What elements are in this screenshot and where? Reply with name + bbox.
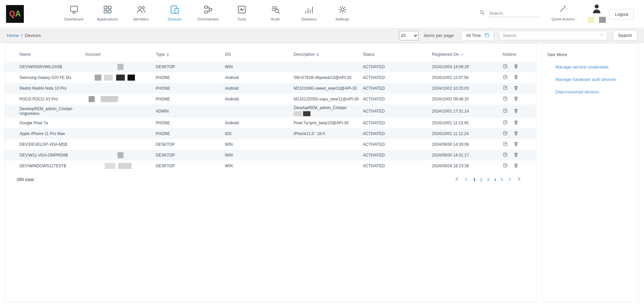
see-more-link-deprovisioned-devices[interactable]: Deprovisioned devices bbox=[555, 89, 634, 94]
column-header-label: Type bbox=[156, 52, 165, 57]
pagination-prev-button[interactable] bbox=[464, 177, 468, 182]
total-count: 395 total bbox=[16, 177, 34, 182]
delete-device-button[interactable] bbox=[513, 74, 519, 81]
device-name: Google Pixel 7a bbox=[5, 118, 85, 128]
sort-icon bbox=[167, 53, 169, 56]
pagination-last-button[interactable] bbox=[516, 177, 521, 182]
delete-device-button[interactable] bbox=[513, 152, 519, 159]
device-row: DEV\DEVELOP-VDA-MS$DESKTOPWINACTIVATED20… bbox=[5, 139, 536, 150]
breadcrumb-home-link[interactable]: Home bbox=[7, 33, 19, 38]
device-registered-on: 2024/10/02 11:07:58 bbox=[432, 72, 502, 83]
open-device-button[interactable] bbox=[502, 152, 508, 159]
pagination-page-1[interactable]: 1 bbox=[473, 177, 476, 182]
main-content: NameAccountTypeOSDescriptionStatusRegist… bbox=[0, 43, 644, 302]
pagination-next-button[interactable] bbox=[507, 177, 512, 182]
nav-item-settings[interactable]: Settings bbox=[326, 4, 359, 21]
breadcrumb-current: Devices bbox=[25, 33, 41, 38]
open-device-button[interactable] bbox=[502, 63, 508, 70]
redacted-user-info bbox=[588, 17, 606, 23]
brand-logo[interactable]: QA bbox=[6, 5, 24, 23]
device-account bbox=[85, 118, 156, 128]
device-account bbox=[85, 150, 156, 161]
sort-icon bbox=[317, 53, 319, 56]
quick-actions-button[interactable]: Quick Actions bbox=[550, 4, 577, 21]
pagination-page-2[interactable]: 2 bbox=[480, 177, 483, 182]
open-device-button[interactable] bbox=[502, 141, 508, 148]
nav-item-audit[interactable]: Audit bbox=[258, 4, 292, 21]
column-header-type[interactable]: Type bbox=[156, 47, 225, 61]
nav-item-applications[interactable]: Applications bbox=[91, 4, 124, 21]
logout-button[interactable]: Logout bbox=[609, 9, 634, 19]
see-more-link-manage-hardware-auth-devices[interactable]: Manage hardware auth devices bbox=[555, 77, 634, 82]
nav-item-statistics[interactable]: Statistics bbox=[292, 4, 326, 21]
open-device-button[interactable] bbox=[502, 120, 508, 126]
delete-device-button[interactable] bbox=[513, 120, 519, 126]
nav-item-dashboard[interactable]: Dashboard bbox=[57, 4, 91, 21]
device-actions bbox=[502, 61, 536, 72]
device-row: Apple iPhone 11 Pro MaxPHONEiOSiPhone12,… bbox=[5, 128, 536, 139]
open-device-button[interactable] bbox=[502, 85, 508, 92]
column-header-registered-on[interactable]: Registered On bbox=[432, 47, 502, 61]
nav-item-devices[interactable]: Devices bbox=[158, 4, 191, 21]
open-device-button[interactable] bbox=[502, 96, 508, 102]
column-header-label: Name bbox=[19, 52, 31, 57]
search-button[interactable]: Search bbox=[613, 30, 637, 41]
device-name: DEV\WINSRVMILOS5$ bbox=[5, 61, 85, 72]
device-registered-on: 2024/10/03 14:06:25 bbox=[432, 61, 502, 72]
nav-item-identities[interactable]: Identities bbox=[124, 4, 158, 21]
open-device-button[interactable] bbox=[502, 108, 508, 115]
chevron-down-icon[interactable] bbox=[600, 33, 604, 39]
pagination-first-button[interactable] bbox=[455, 177, 459, 182]
pagination-page-4[interactable]: 4 bbox=[494, 177, 496, 182]
device-actions bbox=[502, 94, 536, 104]
user-menu[interactable] bbox=[587, 3, 607, 23]
delete-device-button[interactable] bbox=[513, 108, 519, 115]
device-type: DESKTOP bbox=[156, 61, 225, 72]
box-arrow-icon bbox=[502, 87, 508, 92]
column-header-name: Name bbox=[5, 47, 85, 61]
open-device-button[interactable] bbox=[502, 163, 508, 169]
device-type: PHONE bbox=[156, 83, 225, 94]
main-nav: DashboardApplicationsIdentitiesDevicesOr… bbox=[57, 4, 359, 21]
see-more-link-manage-service-credentials[interactable]: Manage service credentials bbox=[555, 64, 634, 70]
user-avatar-icon bbox=[591, 3, 603, 16]
device-status: ACTIVATED bbox=[363, 139, 432, 150]
nav-item-label: Dashboard bbox=[64, 17, 83, 21]
device-description: DevelopREM_admin_Cristian bbox=[294, 104, 363, 118]
pagination-page-5[interactable]: 5 bbox=[500, 177, 503, 182]
search-filter-input[interactable] bbox=[502, 33, 600, 38]
device-registered-on: 2024/09/30 14:33:06 bbox=[432, 139, 502, 150]
device-os: Android bbox=[225, 72, 294, 83]
search-filter-combobox[interactable] bbox=[499, 31, 607, 40]
device-row: DEV\WINDOWS11TEST$DESKTOPWINACTIVATED202… bbox=[5, 161, 536, 171]
device-row: DevelopREM_admin_Cristian UngureanuADMIN… bbox=[5, 104, 536, 118]
time-filter-button[interactable]: All Time bbox=[462, 31, 493, 41]
column-header-description[interactable]: Description bbox=[294, 47, 363, 61]
device-os: Android bbox=[225, 83, 294, 94]
device-status: ACTIVATED bbox=[363, 118, 432, 128]
dashboard-icon bbox=[69, 4, 79, 15]
column-header-label: Description bbox=[294, 52, 315, 57]
open-device-button[interactable] bbox=[502, 130, 508, 137]
device-account bbox=[85, 83, 156, 94]
nav-item-tools[interactable]: Tools bbox=[225, 4, 258, 21]
nav-item-orchestrator[interactable]: Orchestrator bbox=[191, 4, 225, 21]
device-registered-on: 2024/09/28 16:23:38 bbox=[432, 161, 502, 171]
pagination-page-3[interactable]: 3 bbox=[487, 177, 489, 182]
delete-device-button[interactable] bbox=[513, 96, 519, 102]
box-arrow-icon bbox=[502, 97, 508, 102]
open-device-button[interactable] bbox=[502, 74, 508, 81]
devices-icon bbox=[169, 4, 180, 15]
device-description: iPhone12,5 ' 18.0 bbox=[294, 128, 363, 139]
trash-icon bbox=[513, 164, 519, 169]
global-search-input[interactable] bbox=[488, 10, 539, 17]
delete-device-button[interactable] bbox=[513, 163, 519, 169]
device-account bbox=[85, 139, 156, 150]
delete-device-button[interactable] bbox=[513, 63, 519, 70]
delete-device-button[interactable] bbox=[513, 85, 519, 92]
device-description: M2102J20SG-vayu_eea/11@API-30 bbox=[294, 94, 363, 104]
items-per-page-select[interactable]: 10 bbox=[399, 31, 418, 40]
trash-icon bbox=[513, 132, 519, 137]
delete-device-button[interactable] bbox=[513, 130, 519, 137]
delete-device-button[interactable] bbox=[513, 141, 519, 148]
